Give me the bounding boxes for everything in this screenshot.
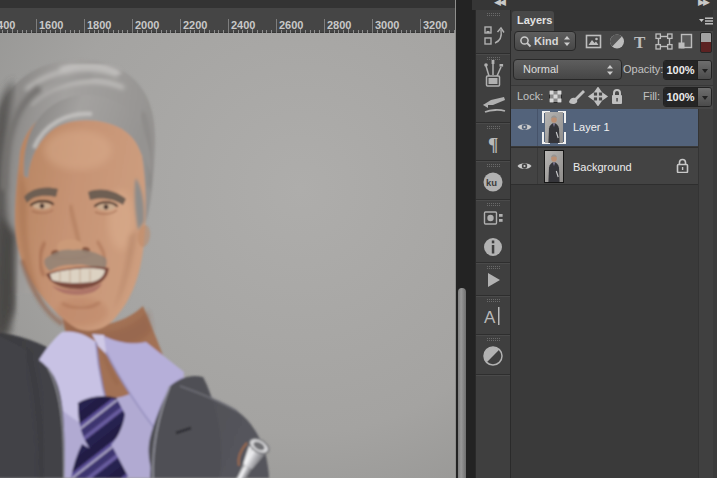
svg-text:1600: 1600 [39, 19, 63, 31]
svg-text:3200: 3200 [423, 19, 447, 31]
svg-text:ku: ku [486, 177, 497, 188]
svg-text:1400: 1400 [0, 19, 15, 31]
svg-text:2200: 2200 [183, 19, 207, 31]
svg-text:2000: 2000 [135, 19, 159, 31]
svg-text:3000: 3000 [375, 19, 399, 31]
svg-text:2600: 2600 [279, 19, 303, 31]
svg-text:T: T [634, 33, 646, 52]
svg-text:A: A [484, 308, 496, 327]
svg-text:¶: ¶ [488, 134, 498, 155]
svg-text:2400: 2400 [231, 19, 255, 31]
svg-text:1800: 1800 [87, 19, 111, 31]
svg-text:2800: 2800 [327, 19, 351, 31]
